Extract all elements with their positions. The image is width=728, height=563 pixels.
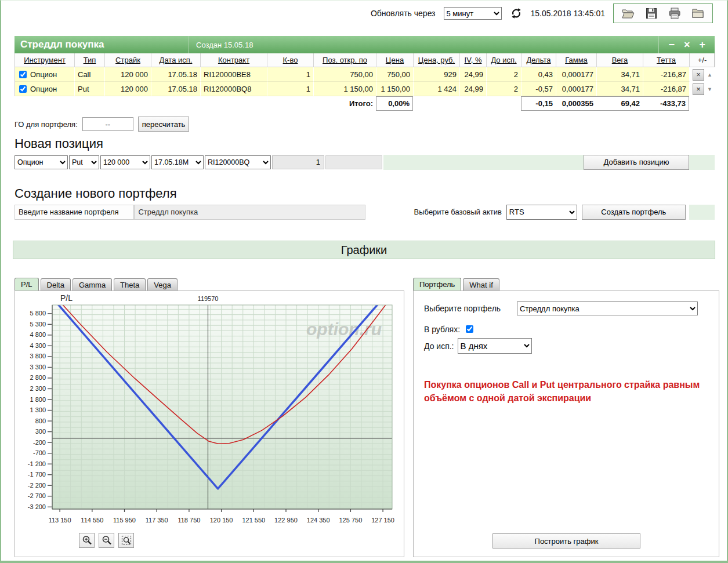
- pl-chart: option.ru1195705 8005 3004 8004 3003 800…: [15, 290, 404, 557]
- svg-text:121 550: 121 550: [242, 517, 265, 524]
- close-portfolio-button[interactable]: ×: [684, 39, 690, 50]
- svg-text:option.ru: option.ru: [306, 319, 382, 339]
- col-exp-date[interactable]: Дата исп.: [160, 56, 193, 64]
- cell-type: Put: [75, 82, 105, 96]
- current-datetime: 15.05.2018 13:45:01: [531, 9, 605, 18]
- totals-label: Итого:: [313, 96, 376, 111]
- portfolio-created-date: Создан 15.05.18: [189, 36, 658, 53]
- new-position-expdate-select[interactable]: 17.05.18М: [151, 155, 204, 169]
- go-value-input[interactable]: [82, 117, 133, 131]
- recalculate-button[interactable]: пересчитать: [138, 117, 190, 132]
- col-gamma[interactable]: Гамма: [565, 56, 588, 64]
- cell-exp-date: 17.05.18: [151, 82, 201, 96]
- svg-text:119570: 119570: [198, 295, 219, 302]
- totals-gamma: 0,000355: [556, 96, 596, 111]
- cell-price-rub: 929: [414, 67, 460, 82]
- print-icon[interactable]: [668, 8, 681, 19]
- totals-vega: 69,42: [596, 96, 643, 111]
- portfolio-settings-box: Выберите портфель Стреддл покупка В рубл…: [413, 290, 719, 557]
- cell-pos-open: 750,00: [314, 67, 376, 82]
- portfolio-select[interactable]: Стреддл покупка: [517, 302, 698, 315]
- new-position-contract-select[interactable]: RI120000BQ: [205, 155, 271, 169]
- svg-text:-700: -700: [33, 449, 46, 456]
- svg-text:4 300: 4 300: [30, 342, 46, 349]
- days-select[interactable]: В днях: [458, 338, 532, 354]
- tab-vega[interactable]: Vega: [147, 278, 178, 290]
- select-portfolio-label: Выберите портфель: [424, 304, 517, 313]
- col-plus-minus: +/-: [690, 53, 715, 67]
- tab-what-if[interactable]: What if: [463, 278, 499, 290]
- new-position-strike-select[interactable]: 120 000: [100, 155, 150, 169]
- zoom-region-icon[interactable]: [118, 533, 134, 548]
- col-strike[interactable]: Страйк: [115, 56, 140, 64]
- new-position-instrument-select[interactable]: Опцион: [15, 155, 68, 169]
- new-position-type-select[interactable]: Put: [69, 155, 99, 169]
- totals-delta: -0,15: [521, 96, 556, 111]
- svg-text:-1 700: -1 700: [28, 471, 46, 478]
- portfolio-panel: Стреддл покупка Создан 15.05.18 − × + Ин…: [15, 36, 715, 220]
- rub-checkbox[interactable]: [466, 325, 473, 333]
- base-asset-label: Выберите базовый актив: [365, 208, 506, 216]
- tab-delta[interactable]: Delta: [41, 278, 71, 290]
- col-type[interactable]: Тип: [84, 56, 96, 64]
- tab-portfolio[interactable]: Портфель: [413, 278, 461, 290]
- svg-text:125 750: 125 750: [339, 517, 363, 524]
- col-qty[interactable]: К-во: [283, 56, 298, 64]
- col-contract[interactable]: Контракт: [218, 56, 249, 64]
- add-portfolio-button[interactable]: +: [699, 39, 705, 50]
- svg-text:-2 700: -2 700: [28, 492, 46, 499]
- create-portfolio-button[interactable]: Создать портфель: [582, 205, 686, 220]
- save-icon[interactable]: [645, 8, 658, 19]
- add-position-button[interactable]: Добавить позицию: [584, 155, 689, 170]
- pl-chart-svg[interactable]: option.ru1195705 8005 3004 8004 3003 800…: [16, 293, 400, 526]
- row-enabled-checkbox[interactable]: [19, 85, 27, 93]
- cell-type: Call: [75, 67, 105, 82]
- portfolio-name-input[interactable]: [134, 205, 365, 220]
- go-label: ГО для портфеля:: [15, 120, 78, 129]
- svg-text:1 300: 1 300: [30, 406, 46, 413]
- scroll-down-icon[interactable]: ▼: [707, 86, 712, 92]
- remove-row-button[interactable]: ×: [693, 69, 704, 81]
- col-instrument[interactable]: Инструмент: [24, 56, 66, 64]
- collapse-portfolio-button[interactable]: −: [668, 39, 675, 50]
- row-enabled-checkbox[interactable]: [19, 71, 27, 78]
- svg-text:800: 800: [35, 417, 46, 424]
- cell-gamma: 0,000177: [556, 67, 597, 82]
- col-price[interactable]: Цена: [386, 56, 404, 64]
- chart-panel: P/L Delta Gamma Theta Vega option.ru1195…: [15, 277, 404, 557]
- cell-vega: 34,71: [597, 67, 643, 82]
- strategy-description: Покупка опционов Call и Put центрального…: [424, 378, 706, 405]
- col-price-rub[interactable]: Цена, руб.: [418, 56, 455, 64]
- scroll-up-icon[interactable]: ▲: [707, 72, 712, 78]
- tab-pl[interactable]: P/L: [15, 278, 39, 290]
- cell-theta: -216,87: [643, 82, 690, 96]
- portfolio-folder-icon[interactable]: [691, 8, 704, 19]
- refresh-icon[interactable]: [510, 8, 523, 19]
- svg-text:118 750: 118 750: [178, 517, 200, 524]
- col-vega[interactable]: Вега: [612, 56, 628, 64]
- new-position-price-input[interactable]: [325, 155, 382, 169]
- new-position-qty-input[interactable]: [272, 155, 324, 169]
- zoom-out-icon[interactable]: [99, 533, 114, 548]
- cell-days: 2: [487, 67, 521, 82]
- open-file-icon[interactable]: [622, 8, 635, 19]
- col-delta[interactable]: Дельта: [527, 56, 551, 64]
- col-iv[interactable]: IV, %: [465, 56, 482, 64]
- col-days[interactable]: До исп.: [491, 56, 516, 64]
- svg-text:122 950: 122 950: [274, 517, 298, 524]
- table-row: Опцион Call 120 000 17.05.18 RI120000BE8…: [15, 67, 715, 82]
- refresh-interval-select[interactable]: 5 минут: [444, 7, 502, 20]
- col-theta[interactable]: Тетта: [657, 56, 676, 64]
- svg-text:-1 200: -1 200: [28, 460, 46, 467]
- zoom-in-icon[interactable]: [79, 533, 95, 548]
- tab-gamma[interactable]: Gamma: [73, 278, 112, 290]
- svg-text:4 800: 4 800: [30, 331, 46, 338]
- col-pos-open[interactable]: Поз. откр. по: [323, 56, 367, 64]
- tab-theta[interactable]: Theta: [114, 278, 146, 290]
- remove-row-button[interactable]: ×: [693, 83, 704, 95]
- base-asset-select[interactable]: RTS: [506, 205, 577, 220]
- cell-delta: 0,43: [521, 67, 556, 82]
- refresh-interval-label: Обновлять через: [371, 9, 436, 18]
- cell-instrument: Опцион: [30, 70, 57, 79]
- build-chart-button[interactable]: Построить график: [492, 533, 640, 549]
